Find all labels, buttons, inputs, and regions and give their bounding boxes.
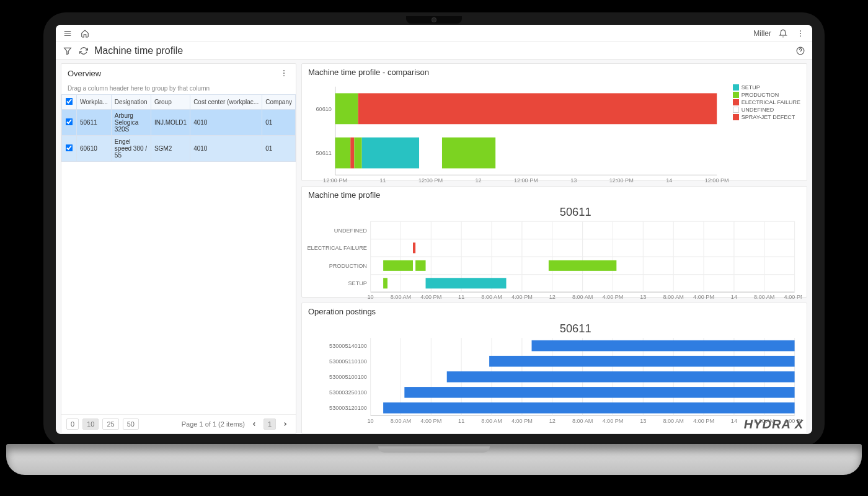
svg-text:4:00 PM: 4:00 PM [512,418,533,424]
col-workplace[interactable]: Workpla... [77,95,112,110]
overview-panel: Overview Drag a column header here to gr… [61,63,296,434]
svg-point-4 [800,33,801,34]
svg-point-11 [283,75,285,76]
app-topbar: Miller [56,25,812,42]
svg-text:12:00 PM: 12:00 PM [323,177,347,184]
svg-rect-116 [489,356,794,367]
col-company[interactable]: Company [262,95,296,110]
user-name[interactable]: Miller [753,29,771,38]
svg-text:50611: 50611 [560,206,591,218]
svg-text:8:00 AM: 8:00 AM [663,418,683,424]
laptop-camera [406,16,462,24]
svg-rect-75 [549,260,616,271]
svg-text:4:00 PM: 4:00 PM [602,418,623,424]
comparison-panel: Machine time profile - comparison SETUP … [301,63,807,181]
svg-text:4:00 PM: 4:00 PM [512,294,533,300]
comparison-chart: SETUP PRODUCTION ELECTRICAL FAILURE UNDE… [302,81,807,200]
svg-text:UNDEFINED: UNDEFINED [334,228,368,234]
current-page[interactable]: 1 [264,418,276,430]
svg-text:14: 14 [666,177,672,184]
svg-text:4:00 PM: 4:00 PM [420,294,441,300]
filter-icon[interactable] [62,45,73,56]
svg-text:8:00 AM: 8:00 AM [754,294,774,300]
table-row[interactable]: 60610 Engel speed 380 / 55 SGM2 4010 01 [62,136,296,162]
svg-rect-72 [413,242,415,253]
cell-workplace: 60610 [77,136,112,162]
page-size-0[interactable]: 0 [66,418,79,430]
refresh-icon[interactable] [78,45,89,56]
table-row[interactable]: 50611 Arburg Selogica 320S INJ.MOLD1 401… [62,110,296,136]
page-size-25[interactable]: 25 [102,418,118,430]
svg-text:13: 13 [640,294,646,300]
profile-panel: Machine time profile 50611UNDEFINEDELECT… [301,186,807,298]
page-size-50[interactable]: 50 [123,418,139,430]
legend-item: SPRAY-JET DEFECT [742,114,795,120]
svg-text:SETUP: SETUP [348,280,367,286]
overview-table: Workpla... Designation Group Cost center… [61,94,296,162]
legend-item: SETUP [742,84,760,91]
svg-text:8:00 AM: 8:00 AM [481,418,502,424]
svg-text:14: 14 [731,418,737,424]
cell-group: INJ.MOLD1 [151,110,190,136]
cell-group: SGM2 [151,136,190,162]
svg-text:12:00 PM: 12:00 PM [609,177,634,184]
svg-text:14: 14 [731,294,737,300]
row-checkbox[interactable] [66,144,73,152]
cell-cost-center: 4010 [190,110,262,136]
svg-text:12:00 PM: 12:00 PM [418,177,443,184]
help-icon[interactable] [795,45,806,56]
svg-rect-117 [447,371,795,383]
svg-text:4:00 PM: 4:00 PM [420,418,441,424]
svg-text:12:00 PM: 12:00 PM [705,177,729,184]
svg-text:530005110100: 530005110100 [329,358,367,365]
svg-text:11: 11 [458,418,464,424]
cell-company: 01 [262,110,296,136]
svg-text:4:00 PM: 4:00 PM [602,294,623,300]
svg-text:10: 10 [368,418,374,424]
select-all-checkbox[interactable] [66,98,73,105]
svg-text:530003250100: 530003250100 [329,389,367,396]
svg-marker-6 [64,48,71,55]
svg-text:4:00 PM: 4:00 PM [693,294,714,300]
svg-text:12: 12 [549,418,556,424]
svg-rect-73 [383,260,413,271]
comparison-title: Machine time profile - comparison [308,68,429,77]
cell-company: 01 [262,136,296,162]
overview-title: Overview [68,69,101,78]
col-cost-center[interactable]: Cost center (workplac... [190,95,262,110]
home-icon[interactable] [79,28,91,39]
prev-page-icon[interactable] [249,418,260,430]
menu-icon[interactable] [62,28,73,39]
svg-text:8:00 AM: 8:00 AM [481,294,502,300]
svg-rect-119 [383,402,794,414]
cell-workplace: 50611 [77,110,112,136]
comparison-legend: SETUP PRODUCTION ELECTRICAL FAILURE UNDE… [733,84,800,122]
postings-chart: 5061153000514010053000511010053000510010… [302,320,807,434]
legend-item: PRODUCTION [742,92,779,98]
svg-text:8:00 AM: 8:00 AM [572,294,593,300]
svg-text:8:00 AM: 8:00 AM [391,294,411,300]
svg-text:12:00 PM: 12:00 PM [514,177,538,184]
page-size-10[interactable]: 10 [82,418,99,430]
col-designation[interactable]: Designation [111,95,151,110]
svg-rect-25 [335,93,358,124]
bell-icon[interactable] [777,28,789,39]
cell-designation: Engel speed 380 / 55 [111,136,151,162]
col-group[interactable]: Group [151,95,190,110]
header-checkbox-cell [62,95,77,110]
laptop-base [6,444,862,475]
group-hint: Drag a column header here to group by th… [61,82,296,94]
svg-text:50611: 50611 [560,322,591,335]
svg-text:8:00 AM: 8:00 AM [663,294,683,300]
row-checkbox[interactable] [66,118,73,126]
svg-text:4:00 PM: 4:00 PM [693,418,714,424]
panel-more-icon[interactable] [278,68,290,79]
svg-rect-30 [362,138,419,169]
svg-rect-29 [354,138,361,169]
svg-text:10: 10 [368,294,374,300]
page-subbar: Machine time profile [56,42,812,60]
svg-text:13: 13 [570,177,577,184]
more-vert-icon[interactable] [795,28,806,39]
next-page-icon[interactable] [280,418,291,430]
svg-rect-26 [358,93,717,124]
